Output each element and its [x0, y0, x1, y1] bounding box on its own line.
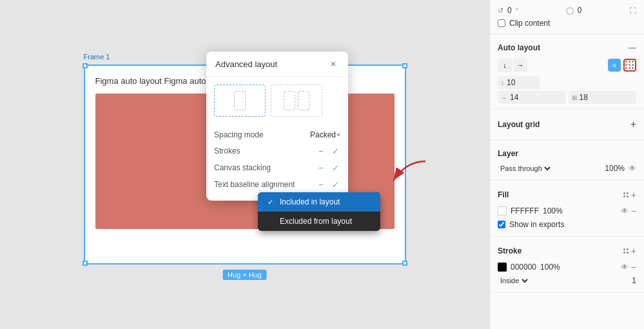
stroke-position-row: Inside 1: [498, 274, 636, 287]
canvas-stacking-minus: −: [316, 163, 326, 173]
spacing-icon-1: ↕: [501, 79, 504, 86]
preview-block-1: [234, 91, 246, 110]
spacing-value-3[interactable]: 18: [579, 92, 589, 103]
clip-content-text: Clip content: [509, 19, 550, 28]
spacing-icon-3: ⊞: [572, 94, 577, 101]
fill-value-row: FFFFFF 100% 👁 −: [498, 204, 636, 218]
stroke-position-select[interactable]: Inside: [498, 276, 530, 285]
layer-title: Layer: [498, 149, 518, 158]
auto-layout-header: Auto layout —: [498, 39, 636, 56]
spacing-value-1[interactable]: 10: [506, 77, 516, 88]
modal-title: Advanced layout: [215, 59, 277, 69]
spacing-mode-text: Packed: [310, 130, 336, 139]
auto-layout-title: Auto layout: [498, 43, 540, 52]
layout-grid-header: Layout grid +: [498, 115, 636, 134]
layer-section: Layer Pass through 100% 👁: [490, 140, 644, 181]
stroke-opacity-value: 100%: [540, 263, 560, 272]
spacing-mode-row: Spacing mode Packed ▾: [214, 127, 340, 143]
modal-container: Advanced layout × Spacing mode: [206, 52, 348, 201]
direction-row: ↓ → ≡: [498, 56, 636, 74]
fill-visibility-controls: 👁 −: [621, 206, 636, 216]
panel-top: ↺ 0 ° ◯ 0 ⛶ Clip content: [490, 0, 644, 34]
strokes-minus-icon: −: [316, 146, 326, 156]
layout-grid-plus-icon[interactable]: +: [630, 119, 636, 130]
fill-minus-icon[interactable]: −: [631, 206, 636, 216]
direction-right-btn[interactable]: →: [513, 58, 527, 72]
preview-block-2: [284, 91, 295, 110]
dropdown-item-included-label: Included in layout: [280, 197, 340, 206]
dropdown-item-excluded[interactable]: Excluded from layout: [258, 212, 380, 231]
stroke-eye-icon[interactable]: 👁: [621, 263, 629, 272]
dropdown-item-excluded-label: Excluded from layout: [280, 217, 352, 226]
fill-plus-icon[interactable]: +: [631, 190, 636, 200]
layout-grid-title: Layout grid: [498, 120, 540, 129]
stroke-value-row: 000000 100% 👁 −: [498, 260, 636, 274]
rotation-value: 0: [507, 6, 512, 15]
fill-eye-icon[interactable]: 👁: [621, 206, 629, 215]
clip-content-checkbox[interactable]: [498, 19, 505, 27]
blend-mode-select[interactable]: Pass through: [498, 164, 552, 173]
stroke-color-group: 000000 100%: [498, 263, 560, 272]
fill-opacity-value: 100%: [543, 206, 563, 215]
direction-down-btn[interactable]: ↓: [498, 58, 512, 72]
layer-header: Layer: [498, 145, 636, 162]
layout-preview-single[interactable]: [214, 85, 266, 117]
strokes-label: Strokes: [214, 146, 240, 155]
arrow-down-icon: ↓: [503, 61, 507, 69]
dropdown-item-included[interactable]: ✓ Included in layout: [258, 192, 380, 212]
chevron-down-icon: ▾: [337, 132, 340, 138]
rotation-group: ↺ 0 °: [498, 6, 518, 15]
fill-color-group: FFFFFF 100%: [498, 206, 563, 215]
eye-icon[interactable]: 👁: [629, 164, 636, 173]
align-active-btn[interactable]: ≡: [608, 59, 621, 72]
corner-handle-br: [402, 261, 407, 266]
show-exports-checkbox[interactable]: [498, 221, 505, 228]
align-buttons: ≡: [608, 59, 636, 72]
layout-grid-section: Layout grid +: [490, 110, 644, 140]
text-baseline-icons: − ✓: [316, 179, 340, 190]
corner-handle-tl: [83, 63, 88, 68]
layout-previews: [214, 85, 340, 117]
fill-color-swatch[interactable]: [498, 206, 507, 215]
expand-icon[interactable]: ⛶: [629, 6, 636, 14]
canvas-stacking-icons: − ✓: [316, 163, 340, 173]
clip-content-row: Clip content: [498, 17, 636, 30]
fill-section: Fill + FFFFFF 100% 👁 −: [490, 181, 644, 237]
strokes-row: Strokes − ✓: [214, 143, 340, 159]
spacing-field-1: ↕ 10: [498, 76, 540, 89]
advanced-layout-modal: Advanced layout × Spacing mode: [206, 52, 348, 201]
spacing-mode-dropdown[interactable]: Packed ▾: [310, 130, 340, 139]
fill-title: Fill: [498, 190, 509, 199]
arrow-right-icon: →: [517, 61, 524, 69]
spacing-value-2[interactable]: 14: [509, 92, 519, 103]
stroke-width-value: 1: [632, 276, 636, 285]
clip-content-label[interactable]: Clip content: [498, 19, 550, 28]
text-baseline-row: Text baseline alignment − ✓: [214, 176, 340, 193]
hug-label: Hug × Hug: [222, 270, 267, 280]
stroke-color-swatch[interactable]: [498, 263, 507, 272]
rotate-icon: ↺: [498, 6, 503, 15]
spacing-icon-2: ↔: [501, 94, 507, 101]
frame-label: Frame 1: [84, 53, 110, 61]
auto-layout-minus-icon[interactable]: —: [629, 43, 636, 52]
show-exports-label[interactable]: Show in exports: [498, 220, 564, 229]
stroke-visibility-controls: 👁 −: [621, 262, 636, 272]
spacing-mode-label: Spacing mode: [214, 130, 264, 139]
corner-group: ◯ 0: [566, 6, 582, 15]
stroke-title: Stroke: [498, 246, 522, 255]
stroke-dots-icon: [623, 248, 629, 254]
canvas-area: Advanced layout × Spacing mode: [0, 0, 489, 329]
canvas-stacking-row: Canvas stacking − ✓: [214, 159, 340, 176]
check-mark-icon: ✓: [266, 197, 275, 206]
text-baseline-check: ✓: [330, 179, 340, 190]
stroke-section: Stroke + 000000 100% 👁 −: [490, 237, 644, 293]
layout-preview-double[interactable]: [271, 85, 322, 117]
modal-close-button[interactable]: ×: [327, 58, 339, 70]
stroke-plus-icon[interactable]: +: [631, 246, 636, 256]
stroke-header: Stroke +: [498, 242, 636, 260]
text-baseline-label: Text baseline alignment: [214, 180, 295, 189]
right-panel: ↺ 0 ° ◯ 0 ⛶ Clip content Auto layout —: [489, 0, 644, 329]
empty-check-icon: [266, 217, 275, 226]
stroke-minus-icon[interactable]: −: [631, 262, 636, 272]
align-dots-btn[interactable]: [623, 59, 636, 72]
